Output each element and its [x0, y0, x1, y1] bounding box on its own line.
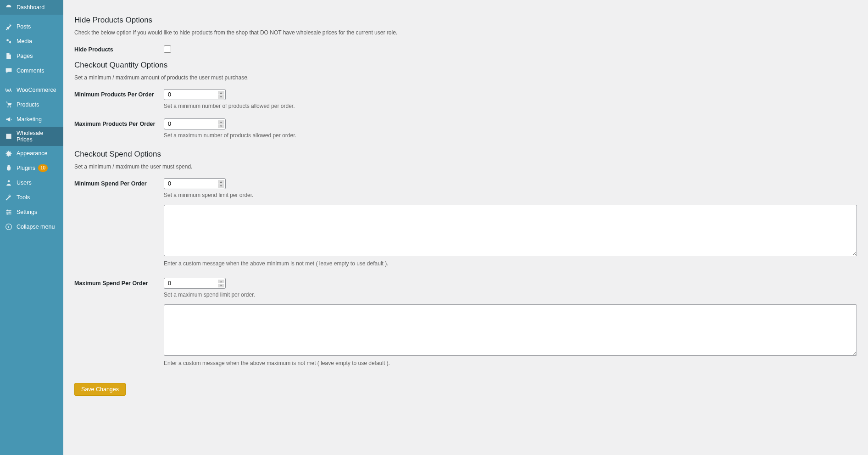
min-products-help: Set a minimum number of products allowed…	[164, 103, 857, 109]
svg-point-8	[9, 211, 11, 213]
sidebar-item-label: Pages	[17, 53, 33, 59]
min-products-label: Minimum Products Per Order	[74, 91, 154, 98]
svg-point-0	[6, 39, 9, 41]
sidebar-item-label: Posts	[17, 23, 31, 30]
settings-icon	[5, 208, 13, 216]
sidebar-item-wholesale-prices[interactable]: Wholesale Prices	[0, 127, 63, 146]
users-icon	[5, 179, 13, 187]
save-changes-button[interactable]: Save Changes	[74, 383, 126, 396]
sidebar-item-users[interactable]: Users	[0, 175, 63, 190]
products-icon	[5, 101, 13, 109]
min-spend-message-help: Enter a custom message when the above mi…	[164, 260, 857, 267]
max-products-help: Set a maximum number of products allowed…	[164, 132, 857, 139]
max-spend-label: Maximum Spend Per Order	[74, 280, 148, 286]
hide-products-label: Hide Products	[74, 46, 113, 53]
settings-content: Hide Products Options Check the below op…	[63, 0, 868, 414]
plugins-badge: 10	[38, 164, 48, 172]
page-icon	[5, 52, 13, 60]
min-spend-label: Minimum Spend Per Order	[74, 180, 147, 187]
svg-point-9	[7, 213, 8, 214]
max-spend-message-help: Enter a custom message when the above ma…	[164, 360, 857, 366]
svg-point-7	[7, 209, 8, 211]
sidebar-item-label: WooCommerce	[17, 87, 56, 93]
appearance-icon	[5, 149, 13, 157]
max-spend-help: Set a maximum spend limit per order.	[164, 292, 857, 298]
checkout-spend-desc: Set a minimum / maximum the user must sp…	[74, 163, 857, 170]
collapse-icon	[5, 223, 13, 231]
min-spend-help: Set a minimum spend limit per order.	[164, 192, 857, 198]
sidebar-item-products[interactable]: Products	[0, 97, 63, 112]
max-products-input[interactable]	[164, 118, 226, 129]
sidebar-item-appearance[interactable]: Appearance	[0, 146, 63, 161]
svg-point-10	[6, 224, 12, 230]
max-products-label: Maximum Products Per Order	[74, 121, 155, 127]
sidebar-item-label: Dashboard	[17, 4, 45, 11]
sidebar-item-pages[interactable]: Pages	[0, 49, 63, 63]
max-spend-message-textarea[interactable]	[164, 304, 857, 356]
megaphone-icon	[5, 115, 13, 124]
svg-point-1	[7, 107, 8, 107]
sidebar-item-woocommerce[interactable]: WooCommerce	[0, 83, 63, 97]
max-spend-input[interactable]	[164, 278, 226, 289]
min-spend-message-textarea[interactable]	[164, 205, 857, 256]
sidebar-item-label: Products	[17, 101, 39, 108]
sidebar-item-label: Plugins	[17, 165, 35, 171]
sidebar-item-collapse[interactable]: Collapse menu	[0, 219, 63, 234]
sidebar-item-tools[interactable]: Tools	[0, 190, 63, 205]
wholesale-icon	[5, 132, 13, 140]
plugins-icon	[5, 164, 13, 172]
sidebar-item-label: Collapse menu	[17, 224, 55, 230]
hide-products-checkbox[interactable]	[164, 45, 171, 53]
checkout-qty-desc: Set a minimum / maximum amount of produc…	[74, 74, 857, 81]
comment-icon	[5, 67, 13, 75]
sidebar-item-comments[interactable]: Comments	[0, 63, 63, 78]
sidebar-item-label: Comments	[17, 67, 44, 74]
sidebar-item-label: Users	[17, 180, 32, 186]
sidebar-item-label: Tools	[17, 194, 30, 201]
sidebar-item-media[interactable]: Media	[0, 34, 63, 49]
sidebar-item-label: Settings	[17, 209, 37, 215]
sidebar-item-label: Marketing	[17, 116, 42, 123]
svg-point-3	[8, 180, 10, 182]
checkout-spend-title: Checkout Spend Options	[74, 150, 857, 159]
sidebar-item-marketing[interactable]: Marketing	[0, 112, 63, 127]
tools-icon	[5, 193, 13, 202]
woo-icon	[5, 86, 13, 94]
sidebar-item-settings[interactable]: Settings	[0, 205, 63, 219]
sidebar-item-posts[interactable]: Posts	[0, 19, 63, 34]
sidebar-item-label: Media	[17, 38, 32, 45]
hide-products-title: Hide Products Options	[74, 16, 857, 25]
admin-sidebar: Dashboard Posts Media Pages Comments Woo…	[0, 0, 63, 414]
sidebar-item-plugins[interactable]: Plugins 10	[0, 161, 63, 175]
sidebar-item-dashboard[interactable]: Dashboard	[0, 0, 63, 15]
min-spend-input[interactable]	[164, 178, 226, 189]
dashboard-icon	[5, 3, 13, 11]
min-products-input[interactable]	[164, 89, 226, 100]
hide-products-desc: Check the below option if you would like…	[74, 29, 857, 36]
checkout-qty-title: Checkout Quantity Options	[74, 61, 857, 70]
media-icon	[5, 37, 13, 45]
pin-icon	[5, 22, 13, 31]
svg-point-2	[10, 107, 11, 107]
sidebar-item-label: Appearance	[17, 150, 47, 157]
sidebar-item-label: Wholesale Prices	[17, 130, 59, 143]
